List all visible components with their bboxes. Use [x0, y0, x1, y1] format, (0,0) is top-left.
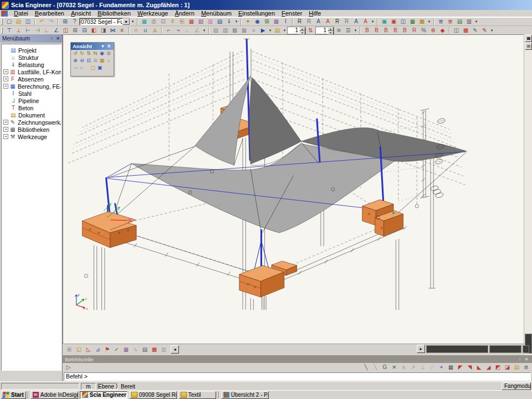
collapse-left-icon[interactable]: ◂ [171, 345, 179, 354]
close-icon[interactable]: ✕ [106, 44, 112, 49]
view-group-more-button[interactable]: ▾ [427, 18, 432, 25]
light-toggle-icon[interactable]: ☼ [105, 57, 112, 64]
scale-spinner[interactable]: 1 ▲▼ [287, 27, 306, 34]
sidebar-item-berechnung-fe-netz[interactable]: +▦Berechnung, FE-Netz [3, 83, 61, 90]
command-panel-caption[interactable]: Befehlszeile ▫ ✕ [63, 355, 532, 363]
snap-node-icon[interactable]: ∩ [131, 27, 141, 34]
table-list-icon[interactable]: ▥ [464, 18, 474, 25]
expand-icon[interactable]: + [3, 134, 8, 139]
model-viewport[interactable]: z y x [63, 34, 524, 344]
snap-cursor-icon[interactable]: + [437, 364, 446, 371]
insert-beam-icon[interactable]: ⊤ [4, 27, 14, 34]
doc-list-icon[interactable]: ▤ [455, 18, 464, 25]
zoom-cursor-icon[interactable]: ⊙ [105, 50, 112, 57]
menu-datei[interactable]: Datei [11, 10, 32, 17]
render-mode-7-icon[interactable]: A [351, 18, 361, 25]
snap-center-icon[interactable]: ◪ [503, 364, 512, 371]
plane-toggle-icon[interactable]: ☰ [344, 27, 353, 34]
grid-spinner[interactable]: 1 ▲▼ [315, 27, 334, 34]
sidebar-item-werkzeuge[interactable]: +⚒Werkzeuge [3, 133, 61, 140]
snap-grid-g-icon[interactable]: G [380, 364, 390, 371]
view-preset-2-icon[interactable]: ▣ [389, 18, 398, 25]
menu-menuebaum[interactable]: Menübaum [198, 10, 235, 17]
anchor-node[interactable] [392, 212, 395, 214]
clipping-box-icon[interactable]: ▦ [99, 57, 105, 64]
save-project-icon[interactable]: ◫ [23, 18, 33, 25]
insert-node-icon[interactable]: ∠ [52, 27, 61, 34]
menu-bibliotheken[interactable]: Bibliotheken [94, 10, 134, 17]
chevron-down-icon[interactable]: ▾ [100, 44, 106, 49]
previous-view-icon[interactable]: ◅ [72, 64, 79, 71]
sidebar-item-zeichnungswerkzeuge[interactable]: +✎Zeichnungswerkzeuge [3, 119, 61, 126]
expand-icon[interactable]: + [3, 120, 8, 125]
sidebar-item-pipeline[interactable]: ⅃Pipeline [3, 97, 61, 104]
load-case-1-icon[interactable]: B [362, 27, 372, 34]
expand-icon[interactable]: + [3, 76, 8, 81]
render-mode-5-icon[interactable]: R [332, 18, 342, 25]
pin-icon[interactable]: ▫ [49, 35, 55, 42]
scroll-up-button[interactable] [525, 35, 532, 42]
redo-icon[interactable]: ↷ [47, 18, 56, 25]
sidebar-item-bibliotheken[interactable]: +▦Bibliotheken [3, 126, 61, 133]
point-tool-icon[interactable]: ○ [249, 27, 258, 34]
window-tool-icon[interactable]: ▤ [140, 346, 150, 354]
render-mode-6-icon[interactable]: R [342, 18, 351, 25]
zoom-all-icon[interactable]: ⊞ [92, 57, 99, 64]
load-diamond-icon[interactable]: ◆ [438, 27, 447, 34]
taskbar-button-folder-3[interactable]: Textil [178, 391, 216, 399]
status-unit[interactable]: m [81, 383, 96, 390]
menu-fenster[interactable]: Fenster [278, 10, 305, 17]
view-preset-4-icon[interactable]: ▦ [408, 18, 417, 25]
link-tool-icon[interactable]: ⎘ [65, 346, 74, 354]
grid-settings-icon[interactable]: ⊞ [262, 18, 272, 25]
sidebar-item-stahl[interactable]: IStahl [3, 90, 61, 97]
grey-tool-icon[interactable]: ▥ [159, 346, 168, 354]
insert-load-icon[interactable]: ⊟ [80, 27, 89, 34]
section-data-icon[interactable]: ∆ [150, 27, 160, 34]
scroll-page-button[interactable] [525, 43, 532, 50]
taskbar-button-scia-1[interactable]: Scia Engineer - [... [80, 391, 127, 399]
align-members-icon[interactable]: ≡ [117, 27, 127, 34]
axis-toggle-icon[interactable]: ≋ [334, 27, 344, 34]
zoom-in-icon[interactable]: ⊕ [72, 57, 79, 64]
snap-list-icon[interactable]: ≣ [521, 364, 531, 371]
corner-tool-1-icon[interactable]: ⌐ [164, 27, 173, 34]
label-check-icon[interactable]: ✓ [112, 346, 121, 354]
vertical-scrollbar[interactable] [524, 34, 532, 355]
move-copy-1-icon[interactable]: ▧ [211, 27, 221, 34]
corner-tool-2-icon[interactable]: ¬ [173, 27, 183, 34]
insert-support-icon[interactable]: ◫ [61, 27, 70, 34]
spinner-up-icon[interactable]: ▲ [299, 27, 305, 31]
fly-mode-icon[interactable]: ▶ [258, 27, 268, 34]
connect-members-icon[interactable]: ⋈ [108, 27, 117, 34]
new-document-icon[interactable]: ▢ [4, 18, 14, 25]
move-copy-4-icon[interactable]: ▦ [239, 27, 249, 34]
menu-aendern[interactable]: Ändern [171, 10, 197, 17]
axis-group-more-button[interactable]: ▾ [353, 27, 358, 34]
close-icon[interactable]: ✕ [55, 35, 61, 42]
load-case-5-icon[interactable]: B [400, 27, 410, 34]
clipboard-icon[interactable]: ⎘ [177, 18, 187, 25]
load-case-2-icon[interactable]: B [372, 27, 381, 34]
zoom-out-icon[interactable]: ⊖ [79, 57, 85, 64]
mdi-document-icon[interactable] [1, 11, 8, 17]
insert-hinge-icon[interactable]: ⊞ [70, 27, 80, 34]
zoom-selection-icon[interactable]: ◉ [253, 18, 262, 25]
sidebar-item-absenzen[interactable]: +FAbsenzen [3, 75, 61, 83]
render-group-more-button[interactable]: ▾ [370, 18, 375, 25]
rotate-right-icon[interactable]: ↻ [79, 50, 85, 57]
flag-marker-icon[interactable]: ⚑ [103, 346, 112, 354]
menu-einstellungen[interactable]: Einstellungen [235, 10, 278, 17]
snap-perp-icon[interactable]: ⊥ [418, 364, 427, 371]
taskbar-button-paint-4[interactable]: Übersicht 2 - Paint [221, 391, 269, 399]
render-mode-2-icon[interactable]: R [304, 18, 314, 25]
scale-steps-icon[interactable]: ⇅ [306, 27, 315, 34]
snap-line-2-icon[interactable]: ╲ [371, 364, 380, 371]
snap-orthogonal-icon[interactable]: ◢ [484, 364, 493, 371]
expand-icon[interactable]: + [3, 127, 8, 132]
pin-icon[interactable]: ▫ [516, 357, 523, 362]
save-results-icon[interactable]: ◫ [452, 27, 461, 34]
expand-icon[interactable]: + [3, 84, 8, 89]
volume-tool-icon[interactable]: ◱ [74, 346, 84, 354]
doc-group-more-button[interactable]: ▾ [234, 18, 239, 25]
